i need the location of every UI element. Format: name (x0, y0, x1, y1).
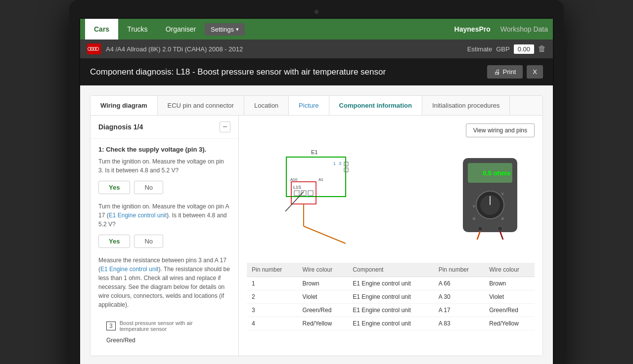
table-cell: Green/Red (484, 304, 535, 317)
step1-heading: 1: Check the supply voltage (pin 3). (98, 146, 230, 153)
trash-icon[interactable]: 🗑 (538, 44, 546, 53)
yes-label-2: Yes (109, 238, 120, 245)
col-pin1: Pin number (247, 263, 298, 277)
svg-text:L1S: L1S (293, 185, 301, 190)
diagram-component: Boost pressure sensor with air temperatu… (120, 320, 223, 332)
table-cell: A 30 (434, 290, 485, 304)
table-cell: Violet (298, 290, 348, 304)
table-cell: A 83 (434, 317, 485, 330)
close-button[interactable]: X (527, 65, 543, 79)
estimate-label: Estimate (467, 45, 493, 53)
no-label-1: No (144, 184, 153, 191)
wiring-svg: E1 L1S 1 3 (247, 147, 446, 248)
step2-link[interactable]: E1 Engine control unit (109, 212, 167, 219)
table-cell: A 66 (434, 277, 485, 290)
collapse-button[interactable]: − (220, 121, 230, 132)
tab-location-label: Location (254, 102, 278, 109)
tabs-bar: Wiring diagram ECU pin and connector Loc… (90, 96, 543, 116)
nav-cars[interactable]: Cars (85, 19, 118, 40)
tab-picture[interactable]: Picture (289, 96, 329, 115)
tab-wiring-diagram[interactable]: Wiring diagram (90, 96, 158, 115)
brand-right: HaynesPro Workshop Data (454, 25, 548, 33)
table-cell: 3 (247, 304, 298, 317)
close-label: X (533, 68, 537, 76)
haynes-pro-link[interactable]: HaynesPro (454, 25, 491, 33)
tab-component-info[interactable]: Component information (329, 96, 422, 115)
yes-button-2[interactable]: Yes (98, 235, 130, 248)
tab-location[interactable]: Location (244, 96, 289, 115)
svg-text:A: A (501, 217, 504, 220)
table-cell: E1 Engine control unit (348, 277, 433, 290)
tab-ecu-pin[interactable]: ECU pin and connector (158, 96, 244, 115)
table-row: 1BrownE1 Engine control unitA 66Brown (247, 277, 535, 290)
tab-init-label: Initialisation procedures (432, 102, 500, 109)
page-title: Component diagnosis: L18 - Boost pressur… (90, 67, 386, 77)
table-cell: Brown (298, 277, 348, 290)
table-cell: Red/Yellow (298, 317, 348, 330)
step2-description: Turn the ignition on. Measure the voltag… (98, 202, 230, 229)
workshop-data-link[interactable]: Workshop Data (500, 25, 548, 33)
table-row: 4Red/YellowE1 Engine control unitA 83Red… (247, 317, 535, 330)
yes-label-1: Yes (109, 184, 120, 191)
no-button-1[interactable]: No (134, 181, 163, 194)
print-button[interactable]: 🖨 Print (487, 65, 523, 79)
printer-icon: 🖨 (494, 68, 500, 76)
svg-rect-6 (308, 191, 313, 196)
table-row: 2VioletE1 Engine control unitA 30Violet (247, 290, 535, 304)
diagram-number: 3 (106, 322, 116, 330)
col-component: Component (348, 263, 433, 277)
tab-component-info-label: Component information (339, 102, 412, 109)
table-cell: E1 Engine control unit (348, 290, 433, 304)
step3-description: Measure the resistance between pins 3 an… (98, 256, 230, 309)
no-label-2: No (144, 238, 153, 245)
currency-label: GBP (496, 45, 509, 53)
no-button-2[interactable]: No (134, 235, 163, 248)
table-cell: E1 Engine control unit (348, 304, 433, 317)
camera-dot (315, 10, 318, 14)
breadcrumb-bar: A4 /A4 Allroad (8K) 2.0 TDi (CAHA) 2008 … (80, 40, 553, 58)
settings-label: Settings (211, 26, 234, 33)
diagnosis-title: Diagnosis 1/4 (98, 123, 143, 131)
svg-text:Ω: Ω (473, 217, 475, 220)
nav-organiser[interactable]: Organiser (157, 19, 205, 40)
top-nav: Cars Trucks Organiser Settings HaynesPro… (80, 19, 553, 40)
header-actions: 🖨 Print X (487, 65, 543, 79)
audi-logo (87, 43, 101, 54)
nav-trucks[interactable]: Trucks (118, 19, 156, 40)
table-header-row: Pin number Wire colour Component Pin num… (247, 263, 535, 277)
pin-table-body: 1BrownE1 Engine control unitA 66Brown2Vi… (247, 277, 535, 330)
table-cell: A 17 (434, 304, 485, 317)
diagram-label: 3 Boost pressure sensor with air tempera… (106, 320, 223, 332)
tab-wiring-label: Wiring diagram (100, 102, 147, 109)
table-cell: Violet (484, 290, 535, 304)
print-label: Print (503, 68, 516, 76)
svg-text:V: V (501, 192, 504, 196)
svg-text:V: V (473, 204, 475, 208)
table-row: 3Green/RedE1 Engine control unitA 17Gree… (247, 304, 535, 317)
settings-button[interactable]: Settings (205, 23, 245, 36)
svg-line-28 (473, 231, 480, 240)
tab-content: Diagnosis 1/4 − 1: Check the supply volt… (90, 116, 543, 356)
svg-text:1: 1 (333, 161, 336, 166)
table-cell: Red/Yellow (484, 317, 535, 330)
yes-no-buttons-2: Yes No (98, 235, 230, 248)
table-cell: 2 (247, 290, 298, 304)
diagnosis-body: 1: Check the supply voltage (pin 3). Tur… (90, 139, 238, 356)
tab-init-procedures[interactable]: Initialisation procedures (422, 96, 510, 115)
step3-link[interactable]: E1 Engine control unit (100, 266, 158, 273)
table-cell: E1 Engine control unit (348, 317, 433, 330)
col-wire1: Wire colour (298, 263, 348, 277)
view-wiring-label: View wiring and pins (473, 127, 527, 134)
col-wire2: Wire colour (484, 263, 535, 277)
svg-line-29 (500, 231, 507, 240)
yes-no-buttons-1: Yes No (98, 181, 230, 194)
tabs-container: Wiring diagram ECU pin and connector Loc… (90, 95, 543, 356)
view-wiring-button[interactable]: View wiring and pins (466, 123, 535, 137)
svg-text:0.5 ohms: 0.5 ohms (483, 169, 510, 177)
svg-point-27 (497, 226, 502, 231)
svg-point-26 (478, 226, 483, 231)
table-cell: 4 (247, 317, 298, 330)
estimate-section: Estimate GBP 0.00 🗑 (467, 44, 546, 54)
yes-button-1[interactable]: Yes (98, 181, 130, 194)
table-cell: Green/Red (298, 304, 348, 317)
